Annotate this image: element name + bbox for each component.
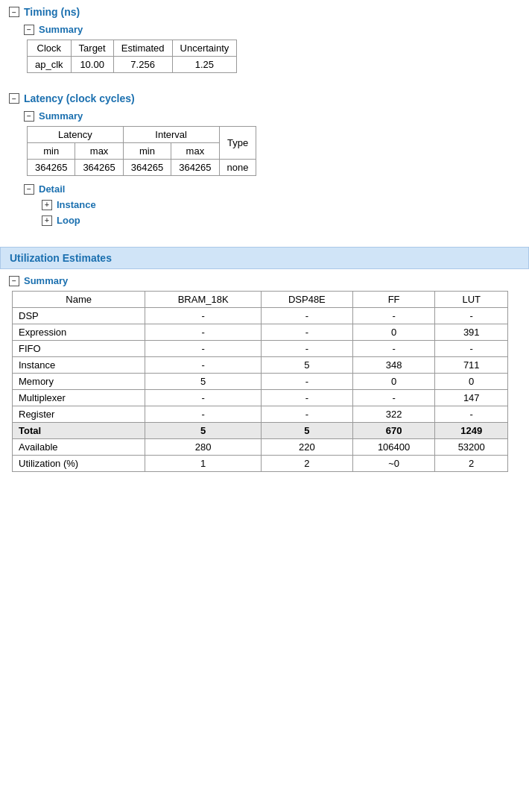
total-label: Total (13, 423, 145, 439)
type-col-header: Type (219, 127, 256, 160)
row-name: Instance (13, 357, 145, 374)
timing-table: Clock Target Estimated Uncertainty ap_cl… (27, 40, 237, 73)
table-row: Multiplexer - - - 147 (13, 390, 508, 406)
util-col-lut: LUT (435, 292, 508, 308)
util-col-bram: BRAM_18K (145, 292, 262, 308)
latency-table: Latency Interval Type min max min max 36… (27, 126, 256, 176)
available-row: Available 280 220 106400 53200 (13, 439, 508, 456)
table-row: Memory 5 - 0 0 (13, 374, 508, 390)
table-row: Expression - - 0 391 (13, 324, 508, 341)
latency-summary-toggle[interactable]: − (24, 111, 34, 122)
loop-item: + Loop (42, 215, 520, 226)
timing-header: − Timing (ns) (9, 6, 520, 18)
table-row: ap_clk 10.00 7.256 1.25 (28, 57, 237, 73)
interval-min-header: min (123, 143, 171, 160)
latency-summary: − Summary Latency Interval Type min max … (24, 110, 520, 176)
timing-col-estimated: Estimated (113, 40, 172, 57)
row-name: FIFO (13, 341, 145, 357)
loop-label: Loop (57, 215, 80, 226)
utilization-row: Utilization (%) 1 2 ~0 2 (13, 456, 508, 472)
timing-summary-header: − Summary (24, 24, 520, 35)
instance-label: Instance (57, 199, 96, 210)
table-row: FIFO - - - - (13, 341, 508, 357)
util-col-name: Name (13, 292, 145, 308)
latency-toggle[interactable]: − (9, 93, 19, 104)
instance-toggle[interactable]: + (42, 200, 52, 210)
timing-summary-toggle[interactable]: − (24, 25, 34, 35)
row-name: Multiplexer (13, 390, 145, 406)
timing-toggle[interactable]: − (9, 7, 19, 17)
interval-max-val: 364265 (171, 160, 219, 176)
timing-section: − Timing (ns) − Summary Clock Target Est… (0, 0, 529, 86)
table-row: 364265 364265 364265 364265 none (28, 160, 256, 176)
latency-section: − Latency (clock cycles) − Summary Laten… (0, 86, 529, 239)
loop-toggle[interactable]: + (42, 215, 52, 226)
latency-summary-header: − Summary (24, 110, 520, 122)
timing-title: Timing (ns) (24, 6, 80, 18)
timing-clock: ap_clk (28, 57, 72, 73)
available-label: Available (13, 439, 145, 456)
utilization-summary-header: − Summary (9, 275, 520, 286)
instance-item: + Instance (42, 199, 520, 210)
utilization-table: Name BRAM_18K DSP48E FF LUT DSP - - - - … (12, 291, 508, 472)
latency-detail-header: − Detail (24, 183, 520, 195)
latency-max-val: 364265 (75, 160, 123, 176)
util-col-dsp: DSP48E (262, 292, 353, 308)
latency-title: Latency (clock cycles) (24, 92, 135, 104)
table-row: DSP - - - - (13, 308, 508, 324)
utilization-title: Utilization Estimates (0, 247, 529, 269)
latency-header: − Latency (clock cycles) (9, 92, 520, 104)
utilization-summary: − Summary Name BRAM_18K DSP48E FF LUT DS… (0, 269, 529, 478)
row-name: Register (13, 406, 145, 423)
timing-col-clock: Clock (28, 40, 72, 57)
utilization-summary-toggle[interactable]: − (9, 276, 19, 286)
timing-col-uncertainty: Uncertainty (172, 40, 237, 57)
latency-detail-toggle[interactable]: − (24, 184, 34, 195)
interval-max-header: max (171, 143, 219, 160)
latency-min-val: 364265 (28, 160, 75, 176)
utilization-section: Utilization Estimates − Summary Name BRA… (0, 247, 529, 478)
timing-summary: − Summary Clock Target Estimated Uncerta… (24, 24, 520, 73)
timing-target: 10.00 (71, 57, 113, 73)
latency-detail: − Detail + Instance + Loop (24, 183, 520, 226)
row-name: DSP (13, 308, 145, 324)
utilization-label: Utilization (%) (13, 456, 145, 472)
table-row: Instance - 5 348 711 (13, 357, 508, 374)
latency-max-header: max (75, 143, 123, 160)
row-name: Expression (13, 324, 145, 341)
total-row: Total 5 5 670 1249 (13, 423, 508, 439)
type-val: none (219, 160, 256, 176)
latency-col-header: Latency (28, 127, 124, 143)
util-col-ff: FF (352, 292, 435, 308)
latency-min-header: min (28, 143, 75, 160)
interval-col-header: Interval (123, 127, 219, 143)
row-name: Memory (13, 374, 145, 390)
timing-uncertainty: 1.25 (172, 57, 237, 73)
table-row: Register - - 322 - (13, 406, 508, 423)
timing-estimated: 7.256 (113, 57, 172, 73)
interval-min-val: 364265 (123, 160, 171, 176)
timing-col-target: Target (71, 40, 113, 57)
